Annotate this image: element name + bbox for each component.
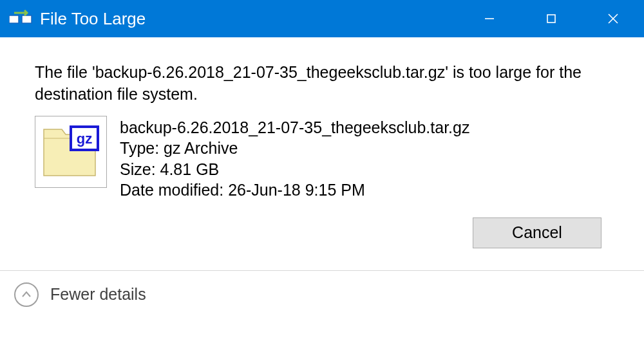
- close-button[interactable]: [582, 0, 644, 37]
- error-message: The file 'backup-6.26.2018_21-07-35_theg…: [35, 62, 609, 106]
- file-row: gz backup-6.26.2018_21-07-35_thegeeksclu…: [35, 116, 609, 201]
- file-details: backup-6.26.2018_21-07-35_thegeeksclub.t…: [120, 116, 469, 201]
- svg-rect-3: [547, 15, 555, 23]
- caption-buttons: [459, 0, 644, 37]
- minimize-button[interactable]: [459, 0, 520, 37]
- chevron-up-icon: [14, 282, 39, 307]
- svg-rect-1: [22, 15, 32, 23]
- file-type-icon: gz: [35, 116, 107, 188]
- cancel-button[interactable]: Cancel: [473, 217, 601, 248]
- file-name: backup-6.26.2018_21-07-35_thegeeksclub.t…: [120, 117, 469, 138]
- file-transfer-icon: [9, 9, 32, 28]
- details-toggle[interactable]: Fewer details: [0, 271, 644, 318]
- titlebar-title: File Too Large: [40, 9, 459, 29]
- titlebar: File Too Large: [0, 0, 644, 37]
- details-toggle-label: Fewer details: [50, 285, 146, 304]
- dialog-content: The file 'backup-6.26.2018_21-07-35_theg…: [0, 37, 644, 248]
- button-row: Cancel: [35, 217, 609, 248]
- maximize-button[interactable]: [520, 0, 582, 37]
- file-type: Type: gz Archive: [120, 138, 469, 159]
- svg-rect-0: [9, 15, 19, 23]
- file-date-modified: Date modified: 26-Jun-18 9:15 PM: [120, 180, 469, 201]
- file-size: Size: 4.81 GB: [120, 159, 469, 180]
- svg-text:gz: gz: [77, 131, 92, 147]
